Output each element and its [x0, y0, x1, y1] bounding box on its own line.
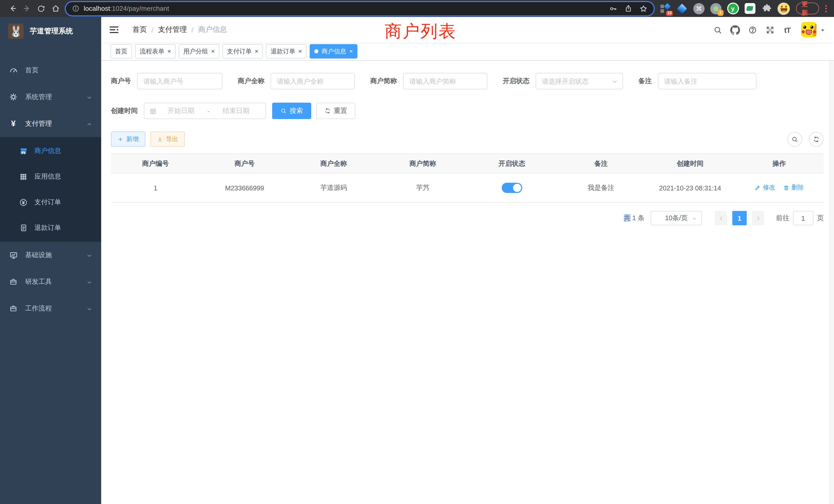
date-range-picker[interactable]: 开始日期 - 结束日期 [144, 102, 266, 119]
bookmark-star-icon[interactable] [639, 4, 648, 13]
remark-input[interactable] [658, 73, 756, 89]
sidebar-item-refund-order[interactable]: 退款订单 [0, 215, 101, 241]
delete-label: 删除 [791, 183, 804, 192]
status-select[interactable] [535, 73, 623, 89]
tab-process-form[interactable]: 流程表单× [135, 44, 176, 59]
sidebar-item-pay-order[interactable]: 支付订单 [0, 189, 101, 215]
export-button[interactable]: 导出 [151, 131, 185, 147]
short-name-input[interactable] [403, 73, 487, 89]
monitor-icon [9, 250, 18, 260]
edit-link[interactable]: 修改 [755, 183, 775, 192]
col-status: 开启状态 [467, 154, 556, 173]
browser-back-button[interactable] [5, 1, 20, 16]
sidebar-item-dev-tools[interactable]: 研发工具 [0, 269, 101, 295]
sidebar-item-merchant-info[interactable]: 商户信息 [0, 138, 101, 164]
page-scrollbar[interactable] [829, 17, 834, 504]
password-key-icon[interactable] [609, 4, 617, 13]
table-header-row: 商户编号 商户号 商户全称 商户简称 开启状态 备注 创建时间 操作 [111, 154, 824, 173]
breadcrumb-home[interactable]: 首页 [132, 25, 147, 35]
goto-page-input[interactable] [793, 211, 813, 225]
close-icon[interactable]: × [299, 48, 302, 54]
col-merchant-no: 商户编号 [111, 154, 200, 173]
extension-note-icon[interactable] [744, 2, 756, 15]
sidebar-item-infrastructure[interactable]: 基础设施 [0, 242, 101, 269]
browser-reload-button[interactable] [34, 1, 48, 16]
search-button[interactable]: 搜索 [272, 102, 311, 119]
filter-remark: 备注 [638, 73, 756, 89]
extension-badge: 10 [666, 10, 673, 16]
prev-page-button[interactable] [715, 211, 727, 225]
cell-merchant-id: M233666999 [200, 173, 289, 203]
goto-label: 前往 [776, 213, 789, 223]
help-icon[interactable] [744, 21, 761, 39]
sidebar-logo[interactable]: 🐰 芋道管理系统 [0, 17, 101, 46]
start-date-placeholder[interactable]: 开始日期 [157, 106, 205, 115]
browser-menu-icon[interactable] [823, 3, 829, 14]
cell-full-name: 芋道源码 [289, 173, 378, 203]
sidebar-item-label: 工作流程 [25, 304, 52, 313]
filter-status: 开启状态 [503, 73, 623, 89]
header-search-icon[interactable] [709, 21, 726, 39]
helper-square-icon [660, 9, 664, 13]
url-text[interactable]: localhost:1024/pay/merchant [84, 5, 602, 12]
filter-create-time: 创建时间 开始日期 - 结束日期 [111, 102, 266, 119]
close-icon[interactable]: × [255, 48, 258, 54]
sidebar-item-app-info[interactable]: 应用信息 [0, 164, 101, 189]
toggle-search-button[interactable] [787, 132, 802, 146]
close-icon[interactable]: × [168, 48, 171, 54]
tab-pay-order[interactable]: 支付订单× [222, 44, 263, 59]
tab-home[interactable]: 首页 [110, 44, 132, 59]
close-icon[interactable]: × [349, 48, 353, 54]
sidebar-item-payment[interactable]: ¥ 支付管理 [0, 110, 101, 137]
reset-button[interactable]: 重置 [316, 102, 355, 119]
extensions-puzzle-icon[interactable] [761, 2, 773, 15]
site-info-icon[interactable] [72, 5, 80, 12]
sidebar-item-label: 基础设施 [25, 250, 52, 260]
extension-command-icon[interactable]: ⌘ [693, 2, 705, 15]
sidebar-item-workflow[interactable]: 工作流程 [0, 295, 101, 322]
user-avatar[interactable] [801, 22, 816, 38]
browser-update-button[interactable]: 更新 [796, 3, 819, 14]
extension-recorder-icon[interactable]: 1 [710, 2, 722, 15]
sidebar-toggle-icon[interactable] [109, 25, 119, 35]
field-label: 商户全称 [238, 76, 264, 86]
github-icon[interactable] [726, 21, 744, 39]
status-toggle[interactable] [502, 183, 522, 193]
sidebar-item-system[interactable]: 系统管理 [0, 84, 101, 110]
font-size-icon[interactable]: tT [778, 21, 796, 39]
tab-label: 首页 [115, 47, 127, 56]
chevron-down-icon [691, 214, 697, 222]
logo-image: 🐰 [8, 24, 24, 39]
sidebar-item-label: 首页 [25, 66, 39, 75]
full-name-input[interactable] [271, 73, 355, 89]
page-size-select[interactable]: 10条/页 [651, 211, 702, 225]
avatar-caret-icon[interactable] [820, 25, 826, 35]
extension-gem-icon[interactable] [676, 2, 688, 15]
fullscreen-icon[interactable] [761, 21, 778, 39]
address-bar[interactable]: localhost:1024/pay/merchant [66, 2, 654, 15]
browser-home-button[interactable] [48, 1, 63, 16]
document-icon [19, 224, 28, 232]
browser-forward-button[interactable] [20, 1, 34, 16]
close-icon[interactable]: × [211, 48, 215, 54]
tab-user-group[interactable]: 用户分组× [179, 44, 219, 59]
sidebar-item-home[interactable]: 首页 [0, 57, 101, 84]
extension-y-icon[interactable]: y [727, 2, 739, 15]
sidebar-item-label: 商户信息 [35, 146, 61, 156]
page-number-1[interactable]: 1 [732, 211, 747, 225]
dashboard-icon [9, 66, 18, 75]
delete-link[interactable]: 删除 [783, 183, 804, 192]
merchant-no-input[interactable] [137, 73, 222, 89]
field-label: 商户号 [111, 76, 131, 86]
next-page-button[interactable] [752, 211, 764, 225]
end-date-placeholder[interactable]: 结束日期 [212, 106, 260, 115]
share-icon[interactable] [624, 5, 632, 12]
extension-helper-icon[interactable]: 10 [659, 2, 671, 15]
breadcrumb-payment[interactable]: 支付管理 [158, 25, 187, 35]
cell-short-name: 芋艿 [378, 173, 467, 203]
browser-profile-avatar[interactable] [777, 2, 790, 15]
refresh-table-button[interactable] [809, 132, 824, 146]
tab-merchant-info[interactable]: 商户信息× [310, 44, 357, 59]
add-button[interactable]: 新增 [111, 131, 145, 147]
tab-refund-order[interactable]: 退款订单× [266, 44, 307, 59]
